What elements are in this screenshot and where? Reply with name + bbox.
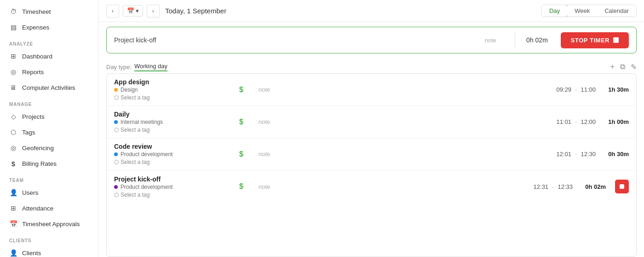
entry-duration: 1h 00m xyxy=(601,118,629,125)
sidebar-item-projects[interactable]: ◇ Projects xyxy=(0,109,98,124)
project-dot xyxy=(114,152,118,156)
table-row: Daily Internal meetings ⬡ Select a tag $… xyxy=(107,106,636,138)
sidebar-item-timesheet-approvals[interactable]: 📅 Timesheet Approvals xyxy=(0,216,98,232)
project-name: Product development xyxy=(121,151,172,158)
view-week-button[interactable]: Week xyxy=(567,5,597,17)
project-dot xyxy=(114,120,118,124)
users-icon: 👤 xyxy=(9,188,17,197)
entry-end: 12:33 xyxy=(558,183,573,190)
tag-label: Select a tag xyxy=(121,159,150,165)
view-calendar-button[interactable]: Calendar xyxy=(597,5,636,17)
day-type-value[interactable]: Working day xyxy=(134,63,167,71)
entry-title: Daily xyxy=(114,111,234,118)
entry-end: 12:30 xyxy=(581,151,596,158)
sidebar-item-clients[interactable]: 👤 Clients xyxy=(0,245,98,257)
entry-note[interactable]: note xyxy=(259,151,517,158)
timesheet-icon: ⏱ xyxy=(9,7,17,16)
sidebar-item-computer-activities[interactable]: 🖥 Computer Activities xyxy=(0,80,98,95)
day-type-label: Day type: xyxy=(106,64,132,70)
entry-start: 09:29 xyxy=(557,86,572,93)
sidebar-item-timesheet[interactable]: ⏱ Timesheet xyxy=(0,4,98,19)
entry-project: Internal meetings xyxy=(114,119,234,125)
project-dot xyxy=(114,185,118,189)
sidebar-item-users[interactable]: 👤 Users xyxy=(0,185,98,200)
sidebar-item-geofencing[interactable]: ◎ Geofencing xyxy=(0,140,98,156)
entry-end: 11:00 xyxy=(581,86,596,93)
topbar: ‹ 📅 ▾ › Today, 1 September Day Week Cale… xyxy=(99,0,644,22)
entry-duration: 0h 30m xyxy=(601,151,629,158)
entry-times: 09:29 - 11:00 xyxy=(522,86,596,93)
prev-button[interactable]: ‹ xyxy=(106,5,119,18)
stop-timer-button[interactable]: STOP TIMER xyxy=(561,32,629,48)
entry-tag[interactable]: ⬡ Select a tag xyxy=(114,192,234,198)
entry-note[interactable]: note xyxy=(259,183,494,190)
edit-button[interactable]: ✎ xyxy=(631,63,637,71)
clients-section-label: Clients xyxy=(0,232,98,245)
geofencing-icon: ◎ xyxy=(9,144,17,152)
analyze-section-label: Analyze xyxy=(0,35,98,48)
timer-note[interactable]: note xyxy=(485,37,496,44)
current-date: Today, 1 September xyxy=(165,7,538,15)
stop-square-icon xyxy=(613,37,619,43)
entry-times: 11:01 - 12:00 xyxy=(522,118,596,125)
manage-section-label: Manage xyxy=(0,95,98,109)
entry-project: Design xyxy=(114,87,234,93)
entry-end: 12:00 xyxy=(581,118,596,125)
timer-task-name: Project kick-off xyxy=(114,36,479,44)
main-content: ‹ 📅 ▾ › Today, 1 September Day Week Cale… xyxy=(99,0,644,257)
sidebar-item-tags[interactable]: ⬡ Tags xyxy=(0,124,98,140)
tag-icon: ⬡ xyxy=(114,159,119,165)
dashboard-icon: ⊞ xyxy=(9,52,17,60)
view-day-button[interactable]: Day xyxy=(541,5,568,17)
entry-start: 11:01 xyxy=(557,118,572,125)
project-name: Design xyxy=(121,87,138,93)
day-type-row: Day type: Working day + ⧉ ✎ xyxy=(99,58,644,73)
entry-start: 12:31 xyxy=(534,183,549,190)
entry-note[interactable]: note xyxy=(259,118,517,125)
reports-icon: ◎ xyxy=(9,68,17,76)
view-switcher: Day Week Calendar xyxy=(541,5,637,17)
billable-icon[interactable]: $ xyxy=(239,182,253,191)
entry-info: Daily Internal meetings ⬡ Select a tag xyxy=(114,111,234,133)
computer-icon: 🖥 xyxy=(9,83,17,92)
entry-times: 12:31 - 12:33 xyxy=(499,183,573,190)
sidebar-item-billing-rates[interactable]: $ Billing Rates xyxy=(0,156,98,171)
timer-divider xyxy=(515,32,515,48)
entry-stop-button[interactable] xyxy=(615,180,629,193)
sidebar-item-reports[interactable]: ◎ Reports xyxy=(0,64,98,80)
entry-note[interactable]: note xyxy=(259,86,517,93)
billable-icon[interactable]: $ xyxy=(239,118,253,126)
billable-icon[interactable]: $ xyxy=(239,150,253,158)
entry-title: Project kick-off xyxy=(114,175,234,183)
billable-icon[interactable]: $ xyxy=(239,86,253,94)
dash: - xyxy=(575,118,577,125)
project-name: Internal meetings xyxy=(121,119,163,125)
table-row: Code review Product development ⬡ Select… xyxy=(107,138,636,170)
table-row: Project kick-off Product development ⬡ S… xyxy=(107,170,636,203)
next-button[interactable]: › xyxy=(147,5,160,18)
entry-title: App design xyxy=(114,78,234,86)
sidebar-item-dashboard[interactable]: ⊞ Dashboard xyxy=(0,48,98,64)
tag-icon: ⬡ xyxy=(114,94,119,101)
entry-start: 12:01 xyxy=(557,151,572,158)
entry-tag[interactable]: ⬡ Select a tag xyxy=(114,159,234,165)
project-dot xyxy=(114,88,118,92)
entry-project: Product development xyxy=(114,151,234,158)
entry-title: Code review xyxy=(114,143,234,150)
active-timer-bar: Project kick-off note 0h 02m STOP TIMER xyxy=(106,27,637,53)
sidebar-item-expenses[interactable]: ▤ Expenses xyxy=(0,19,98,35)
entry-duration: 0h 02m xyxy=(578,183,606,190)
entry-tag[interactable]: ⬡ Select a tag xyxy=(114,127,234,133)
calendar-picker-button[interactable]: 📅 ▾ xyxy=(123,5,143,17)
entry-info: Code review Product development ⬡ Select… xyxy=(114,143,234,165)
entry-tag[interactable]: ⬡ Select a tag xyxy=(114,94,234,101)
add-entry-button[interactable]: + xyxy=(610,63,615,71)
tags-icon: ⬡ xyxy=(9,128,17,136)
dash: - xyxy=(575,151,577,158)
tag-label: Select a tag xyxy=(121,192,150,198)
stop-timer-label: STOP TIMER xyxy=(571,37,610,44)
sidebar-item-attendance[interactable]: ⊞ Attendance xyxy=(0,200,98,216)
copy-button[interactable]: ⧉ xyxy=(620,63,625,71)
table-row: App design Design ⬡ Select a tag $ note … xyxy=(107,74,636,106)
entry-times: 12:01 - 12:30 xyxy=(522,151,596,158)
